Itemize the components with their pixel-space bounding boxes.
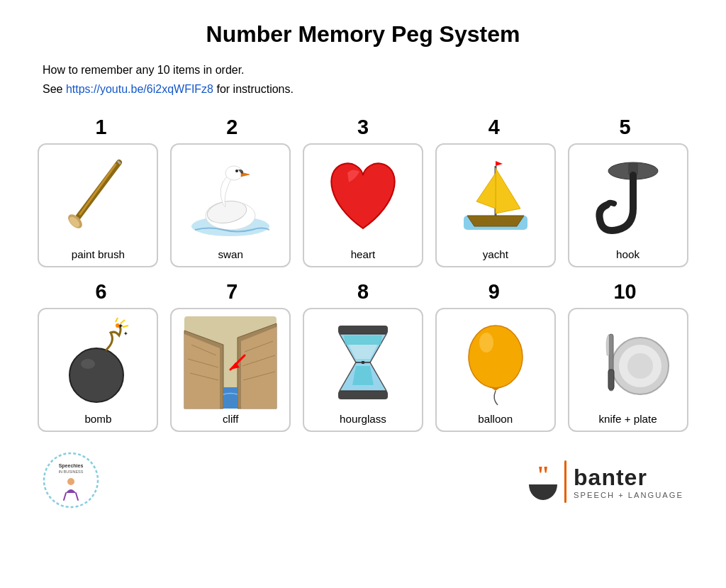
svg-marker-14 (496, 161, 503, 166)
svg-point-42 (469, 326, 523, 388)
svg-point-43 (479, 333, 493, 353)
card-bomb: ✦ ✦ bomb (38, 308, 158, 432)
intro-line2: See https://youtu.be/6i2xqWFIFz8 for ins… (43, 79, 294, 99)
card-swan-label: swan (218, 248, 242, 260)
card-balloon-label: balloon (478, 413, 513, 425)
balloon-image (442, 316, 549, 409)
banter-text: banter SPEECH + LANGUAGE (574, 465, 683, 499)
svg-rect-41 (362, 361, 364, 364)
row2-numbers: 6 7 8 9 10 (28, 280, 698, 304)
card-hook: hook (568, 143, 688, 267)
svg-line-22 (123, 326, 128, 327)
knifeplate-image (575, 316, 681, 409)
svg-rect-36 (223, 387, 238, 409)
banter-divider (564, 460, 566, 503)
card-yacht: yacht (435, 143, 556, 267)
cliff-image (177, 316, 284, 409)
card-heart-label: heart (351, 248, 376, 260)
card-knifeplate: knife + plate (568, 308, 688, 432)
svg-point-17 (69, 348, 123, 402)
svg-marker-12 (496, 168, 520, 213)
page-title: Number Memory Peg System (206, 21, 520, 48)
svg-marker-32 (241, 327, 277, 409)
paintbrush-image (45, 152, 151, 244)
svg-rect-40 (338, 326, 388, 334)
intro-text: How to remember any 10 items in order. S… (43, 60, 294, 99)
svg-point-18 (81, 359, 95, 369)
svg-text:✦: ✦ (123, 331, 128, 337)
card-paintbrush-label: paint brush (72, 248, 125, 260)
banter-sub: SPEECH + LANGUAGE (574, 491, 683, 499)
row2-cards: ✦ ✦ bomb (28, 308, 698, 432)
svg-point-53 (67, 478, 74, 485)
hook-image (575, 152, 681, 244)
number-7: 7 (172, 280, 292, 304)
heart-image (310, 152, 416, 244)
number-8: 8 (303, 280, 423, 304)
hourglass-image (310, 316, 416, 409)
svg-text:Speechies: Speechies (59, 463, 84, 469)
swan-image (177, 152, 284, 244)
number-4: 4 (434, 116, 554, 139)
row1-cards: paint brush (28, 143, 698, 267)
svg-rect-48 (608, 370, 614, 389)
svg-line-4 (80, 165, 116, 214)
card-yacht-label: yacht (483, 248, 508, 260)
card-balloon: balloon (435, 308, 556, 432)
card-hourglass-label: hourglass (340, 413, 386, 425)
banter-name: banter (574, 465, 683, 491)
card-cliff-label: cliff (223, 413, 239, 425)
yacht-image (442, 152, 549, 244)
banter-quote-icon: " (529, 463, 557, 500)
card-paintbrush: paint brush (38, 143, 158, 267)
svg-text:IN BUSINESS: IN BUSINESS (59, 470, 84, 474)
card-hook-label: hook (616, 248, 640, 260)
card-knifeplate-label: knife + plate (598, 413, 657, 425)
speechies-logo: Speechies IN BUSINESS (43, 452, 99, 511)
number-1: 1 (40, 116, 161, 139)
intro-line1: How to remember any 10 items in order. (43, 60, 294, 79)
svg-point-46 (627, 353, 653, 379)
bottom-bar: Speechies IN BUSINESS " banter SPEECH + … (28, 452, 698, 511)
row1-numbers: 1 2 3 4 5 (28, 116, 698, 139)
number-6: 6 (40, 280, 161, 304)
row1-section: 1 2 3 4 5 paint brush (28, 116, 698, 267)
number-5: 5 (565, 116, 686, 139)
card-bomb-label: bomb (84, 413, 111, 425)
card-hourglass: hourglass (303, 308, 423, 432)
number-2: 2 (172, 116, 292, 139)
number-9: 9 (434, 280, 554, 304)
card-heart: heart (303, 143, 423, 267)
svg-text:✦: ✦ (118, 322, 123, 330)
row2-section: 6 7 8 9 10 (28, 280, 698, 432)
svg-marker-13 (476, 173, 496, 209)
svg-rect-39 (338, 391, 388, 399)
youtube-link[interactable]: https://youtu.be/6i2xqWFIFz8 (66, 83, 213, 95)
svg-point-9 (235, 170, 238, 172)
number-10: 10 (565, 280, 686, 304)
card-cliff: cliff (170, 308, 291, 432)
banter-logo: " banter SPEECH + LANGUAGE (529, 460, 683, 503)
number-3: 3 (303, 116, 423, 139)
svg-point-8 (225, 166, 242, 180)
bomb-image: ✦ ✦ (45, 316, 151, 409)
card-swan: swan (170, 143, 291, 267)
